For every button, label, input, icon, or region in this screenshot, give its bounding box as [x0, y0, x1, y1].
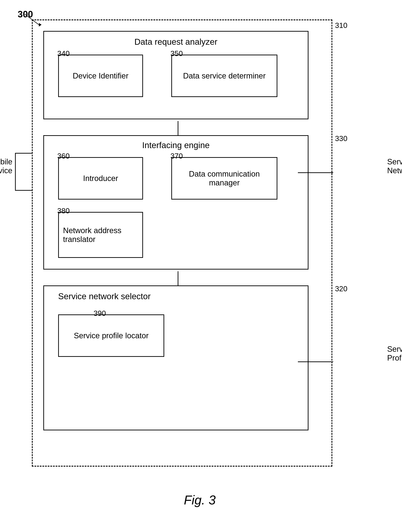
- service-profiles-line: [298, 361, 333, 362]
- box-340-number: 340: [57, 49, 70, 58]
- mobile-device-label: Mobile Device: [0, 157, 12, 175]
- outer-dashed-box-300: Data request analyzer Device Identifier …: [32, 19, 332, 467]
- box-330-label: 330: [335, 134, 347, 143]
- box-320-container: Service network selector Service profile…: [43, 285, 308, 430]
- box-340: Device Identifier: [58, 55, 143, 97]
- connector-310-330: [178, 121, 178, 135]
- mobile-device-line-top: [15, 153, 33, 154]
- box-370-title: Data communication manager: [177, 170, 272, 187]
- box-350-title: Data service determiner: [177, 71, 272, 80]
- box-340-title: Device Identifier: [63, 71, 138, 80]
- box-370-number: 370: [170, 152, 183, 160]
- box-380-number: 380: [57, 207, 70, 215]
- connector-330-320: [178, 271, 178, 285]
- mobile-device-line-vert: [15, 153, 16, 191]
- mobile-device-line-bottom: [15, 190, 33, 191]
- service-profiles-label: Service Profiles: [387, 345, 402, 362]
- box-380-title: Network address translator: [63, 226, 138, 244]
- box-360-title: Introducer: [83, 174, 118, 183]
- service-networks-label: Service Networks: [387, 157, 402, 175]
- box-350-number: 350: [170, 49, 183, 58]
- box-350: Data service determiner: [171, 55, 277, 97]
- box-320-label: 320: [335, 285, 347, 293]
- box-310-title: Data request analyzer: [44, 37, 308, 47]
- box-320-title: Service network selector: [58, 291, 151, 301]
- box-380: Network address translator: [58, 212, 143, 258]
- box-330-container: Interfacing engine Introducer 360 Data c…: [43, 135, 308, 270]
- box-310-container: Data request analyzer Device Identifier …: [43, 31, 308, 119]
- box-310-label: 310: [335, 21, 347, 30]
- box-370: Data communication manager: [171, 157, 277, 200]
- box-330-title: Interfacing engine: [44, 140, 308, 150]
- box-360: Introducer: [58, 157, 143, 200]
- box-390-number: 390: [94, 309, 106, 318]
- figure-label: Fig. 3: [184, 493, 216, 507]
- service-networks-line: [298, 172, 333, 173]
- box-360-number: 360: [57, 152, 70, 160]
- box-390-title: Service profile locator: [64, 331, 158, 340]
- box-390: Service profile locator: [58, 314, 164, 357]
